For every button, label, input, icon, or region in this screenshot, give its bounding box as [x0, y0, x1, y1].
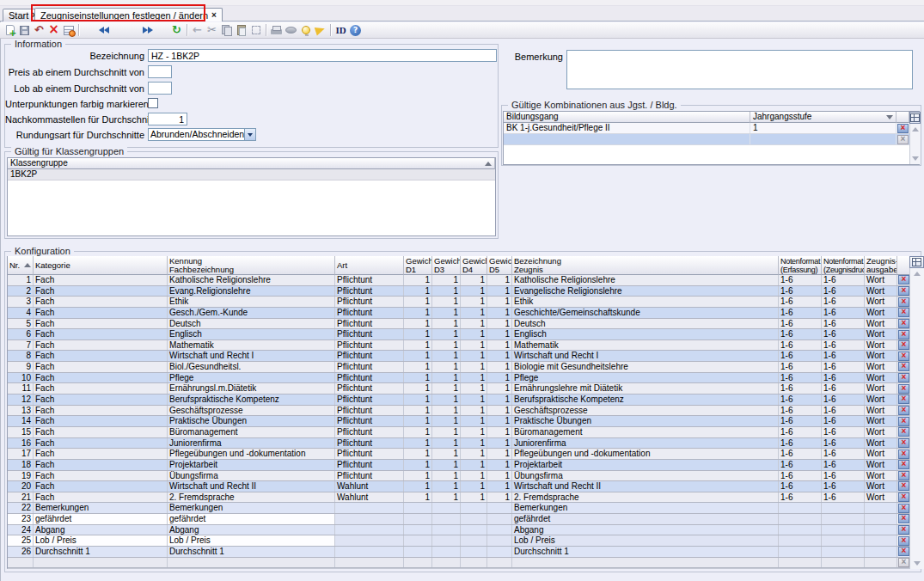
cell-zeugnis[interactable]: Berufspraktische Kompetenz: [512, 394, 779, 405]
cell-zeugnis[interactable]: Durchschnitt 1: [512, 547, 779, 557]
cell-notenformat-erfassung[interactable]: 1-6: [779, 351, 822, 361]
cell-nr[interactable]: 17: [8, 449, 34, 459]
cell-kennung[interactable]: Praktische Übungen: [168, 416, 335, 426]
cell-gewicht-d1[interactable]: 1: [404, 471, 432, 481]
cell-notenformat-zeugnisdruck[interactable]: [822, 547, 865, 557]
cell-gewicht-d5[interactable]: 1: [487, 460, 512, 470]
cell-gewicht-d5[interactable]: 1: [487, 394, 512, 405]
cell-jahrgangsstufe[interactable]: [750, 134, 896, 144]
table-row[interactable]: 6FachEnglischPflichtunt1111Englisch1-61-…: [8, 329, 909, 340]
cell-notenformat-zeugnisdruck[interactable]: 1-6: [822, 319, 865, 329]
cell-gewicht-d3[interactable]: [432, 535, 461, 546]
cell-notenformat-erfassung[interactable]: 1-6: [779, 416, 822, 426]
cell-zeugnisausgabe[interactable]: Wort: [865, 471, 897, 481]
cell-zeugnisausgabe[interactable]: [865, 514, 897, 524]
cell-zeugnis[interactable]: Projektarbeit: [512, 460, 779, 470]
cell-gewicht-d3[interactable]: 1: [432, 308, 461, 318]
cell-kategorie[interactable]: Fach: [34, 416, 168, 426]
cell-notenformat-erfassung[interactable]: [779, 514, 822, 524]
cell-gewicht-d3[interactable]: [432, 514, 461, 524]
row-delete-button[interactable]: ×: [898, 438, 909, 448]
row-delete-button[interactable]: ×: [898, 340, 909, 350]
cell-kennung[interactable]: Englisch: [168, 329, 335, 339]
cell-gewicht-d3[interactable]: 1: [432, 340, 461, 351]
cell-notenformat-zeugnisdruck[interactable]: 1-6: [822, 373, 865, 383]
table-row[interactable]: 14FachPraktische ÜbungenPflichtunt1111Pr…: [8, 416, 909, 427]
cell-gewicht-d4[interactable]: 1: [461, 319, 487, 329]
table-row[interactable]: 18FachProjektarbeitPflichtunt1111Projekt…: [8, 460, 909, 471]
delete-record-button[interactable]: [46, 23, 61, 38]
cell-zeugnis[interactable]: Mathematik: [512, 340, 779, 351]
cell-zeugnisausgabe[interactable]: Wort: [865, 275, 897, 285]
cell-art[interactable]: Pflichtunt: [335, 308, 404, 318]
row-delete-button[interactable]: ×: [898, 492, 909, 502]
cell-notenformat-zeugnisdruck[interactable]: 1-6: [822, 286, 865, 297]
cell-gewicht-d5[interactable]: [487, 547, 512, 557]
cell-art[interactable]: Wahlunt: [335, 492, 404, 503]
cell-notenformat-erfassung[interactable]: 1-6: [779, 329, 822, 339]
cell-gewicht-d5[interactable]: 1: [487, 275, 512, 285]
select-button[interactable]: [248, 23, 263, 38]
unterpunktungen-checkbox[interactable]: [148, 98, 158, 108]
cell-gewicht-d3[interactable]: 1: [432, 319, 461, 329]
cell-gewicht-d4[interactable]: 1: [461, 449, 487, 459]
table-row[interactable]: 13FachGeschäftsprozessePflichtunt1111Ges…: [8, 406, 909, 417]
row-delete-button[interactable]: ×: [898, 481, 909, 491]
cell-zeugnis[interactable]: Abgang: [512, 525, 779, 535]
cell-notenformat-erfassung[interactable]: [779, 535, 822, 546]
cell-notenformat-erfassung[interactable]: [779, 503, 822, 513]
cell-bildungsgang[interactable]: [504, 134, 750, 144]
column-chooser-button[interactable]: [909, 256, 924, 268]
cell-empty[interactable]: [335, 558, 404, 568]
cell-kategorie[interactable]: Fach: [34, 471, 168, 481]
cell-gewicht-d1[interactable]: [404, 514, 432, 524]
cell-notenformat-erfassung[interactable]: [779, 547, 822, 557]
table-row[interactable]: 25Lob / PreisLob / PreisLob / Preis×: [8, 535, 909, 547]
cell-notenformat-erfassung[interactable]: 1-6: [779, 460, 822, 470]
undo-button[interactable]: [32, 23, 46, 38]
cell-gewicht-d4[interactable]: 1: [461, 427, 487, 437]
col-header-notenformat-zeugnisdruck[interactable]: Notenformat(Zeugnisdruck): [822, 256, 865, 275]
cell-gewicht-d3[interactable]: 1: [432, 394, 461, 405]
cell-gewicht-d3[interactable]: 1: [432, 297, 461, 307]
row-delete-button[interactable]: ×: [898, 450, 909, 459]
row-delete-button[interactable]: ×: [898, 394, 909, 404]
cell-gewicht-d1[interactable]: 1: [404, 297, 432, 307]
row-delete-button[interactable]: ×: [898, 536, 909, 546]
cell-gewicht-d5[interactable]: 1: [487, 471, 512, 481]
cell-notenformat-erfassung[interactable]: 1-6: [779, 449, 822, 459]
cell-art[interactable]: Pflichtunt: [335, 383, 404, 394]
cell-art[interactable]: [335, 503, 404, 513]
table-row[interactable]: 9FachBiol./Gesundheitsl.Pflichtunt1111Bi…: [8, 362, 909, 373]
cell-empty[interactable]: [8, 558, 34, 568]
cell-zeugnis[interactable]: Bemerkungen: [512, 503, 779, 513]
nachkommastellen-input[interactable]: [148, 113, 187, 125]
cell-art[interactable]: [335, 547, 404, 557]
cell-gewicht-d3[interactable]: 1: [432, 481, 461, 492]
cell-gewicht-d4[interactable]: [461, 535, 487, 546]
cell-kategorie[interactable]: Fach: [34, 329, 168, 339]
table-row[interactable]: 1FachKatholische ReligionslehrePflichtun…: [8, 275, 909, 286]
cell-gewicht-d5[interactable]: 1: [487, 449, 512, 459]
cell-zeugnis[interactable]: Englisch: [512, 329, 779, 339]
cell-art[interactable]: Pflichtunt: [335, 427, 404, 437]
cell-gewicht-d4[interactable]: [461, 525, 487, 535]
cell-art[interactable]: Pflichtunt: [335, 373, 404, 383]
cell-gewicht-d3[interactable]: 1: [432, 427, 461, 437]
fast-next-button[interactable]: [140, 23, 155, 38]
cell-gewicht-d1[interactable]: [404, 535, 432, 546]
cell-kategorie[interactable]: Fach: [34, 460, 168, 470]
cell-gewicht-d1[interactable]: 1: [404, 383, 432, 394]
paste-button[interactable]: [234, 23, 248, 38]
cell-notenformat-erfassung[interactable]: 1-6: [779, 394, 822, 405]
cell-zeugnisausgabe[interactable]: Wort: [865, 416, 897, 426]
row-delete-button[interactable]: ×: [898, 352, 909, 361]
cell-kategorie[interactable]: Fach: [34, 351, 168, 361]
cell-notenformat-zeugnisdruck[interactable]: 1-6: [822, 351, 865, 361]
cell-gewicht-d3[interactable]: 1: [432, 460, 461, 470]
cell-art[interactable]: Pflichtunt: [335, 394, 404, 405]
col-header-art[interactable]: Art: [335, 256, 404, 275]
cell-notenformat-erfassung[interactable]: 1-6: [779, 286, 822, 297]
cell-gewicht-d1[interactable]: 1: [404, 286, 432, 297]
cell-gewicht-d5[interactable]: [487, 503, 512, 513]
